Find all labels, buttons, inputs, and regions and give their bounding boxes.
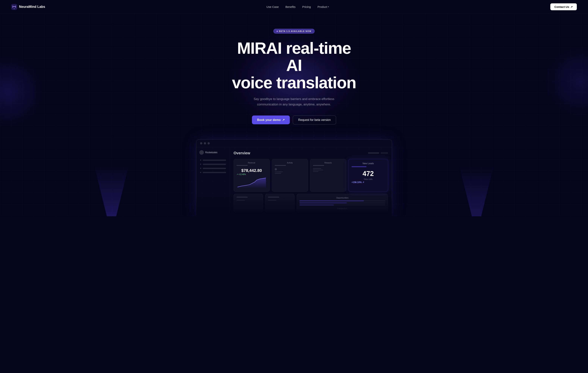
- revenue-value: $78,442.80: [236, 168, 267, 173]
- revenue-chart: [236, 177, 267, 188]
- opp-bar-2: [300, 202, 385, 203]
- hero-title: MIRAI real-time AI voice translation: [229, 40, 359, 91]
- window-dot-green: [208, 142, 210, 144]
- logo[interactable]: NeuraMind Labs: [11, 4, 45, 10]
- opportunities-label: Opportunities: [300, 197, 385, 199]
- sidebar-nav-item-3: [199, 167, 228, 170]
- company-name: Rocketsales: [205, 151, 217, 154]
- nav-item-pricing[interactable]: Pricing: [302, 5, 311, 9]
- chevron-down-icon: ▾: [328, 6, 329, 8]
- hero-section: BETA 1.5 AVAILABLE NOW MIRAI real-time A…: [0, 14, 588, 216]
- arrow-icon: ↗: [362, 181, 364, 184]
- book-demo-button[interactable]: Book your demo ↗: [252, 116, 290, 124]
- hero-content: BETA 1.5 AVAILABLE NOW MIRAI real-time A…: [4, 29, 584, 216]
- sidebar-nav-item-1: [199, 159, 228, 162]
- overview-title: Overview: [234, 151, 250, 155]
- request-beta-button[interactable]: Request for beta version: [293, 116, 336, 125]
- header-bar-2: [381, 152, 388, 154]
- dashboard-main: Overview Revenue: [230, 147, 392, 216]
- window-body: Rocketsales: [196, 147, 392, 216]
- nav-item-use-case[interactable]: Use Case: [266, 5, 279, 9]
- sidebar-nav-item-2: [199, 162, 228, 166]
- activity-card: Activity: [272, 159, 308, 192]
- logo-text: NeuraMind Labs: [19, 5, 45, 9]
- rewards-bar: [313, 165, 324, 166]
- new-leads-change: +156.10% ↗: [352, 181, 385, 184]
- dashboard-preview: Rocketsales: [196, 139, 392, 216]
- opportunities-bars: [300, 200, 385, 205]
- contact-us-button[interactable]: Contact Us ↗: [550, 3, 577, 10]
- new-leads-card: New Leads 472 New calls +156.10% ↗: [348, 159, 388, 192]
- dashboard-header: Overview: [234, 151, 388, 155]
- dashboard-window: Rocketsales: [196, 139, 392, 216]
- rewards-card: Rewards: [310, 159, 346, 192]
- window-dot-yellow: [204, 142, 206, 144]
- revenue-label: Revenue: [236, 162, 267, 164]
- beta-badge: BETA 1.5 AVAILABLE NOW: [273, 29, 315, 33]
- nav-item-product[interactable]: Product ▾: [318, 5, 329, 8]
- rewards-label: Rewards: [313, 162, 343, 164]
- logo-icon: [11, 4, 17, 10]
- beta-dot: [277, 31, 278, 32]
- hero-buttons: Book your demo ↗ Request for beta versio…: [4, 116, 584, 125]
- activity-dot: [275, 168, 277, 170]
- placeholder-card-1: [234, 194, 263, 212]
- window-dot-red: [200, 142, 202, 144]
- revenue-bar: [236, 165, 248, 166]
- nav-links: Use Case Benefits Pricing Product ▾: [266, 5, 329, 9]
- header-right: [368, 152, 388, 154]
- activity-label: Activity: [275, 162, 305, 164]
- revenue-change: ↗ +12.46%: [236, 173, 267, 175]
- navbar: NeuraMind Labs Use Case Benefits Pricing…: [0, 0, 588, 14]
- dashboard-sidebar: Rocketsales: [196, 147, 230, 216]
- nav-item-benefits[interactable]: Benefits: [285, 5, 295, 9]
- revenue-card: Revenue $78,442.80 ↗ +12.46%: [234, 159, 270, 192]
- external-link-icon: ↗: [570, 5, 573, 8]
- activity-bar: [275, 165, 286, 166]
- company-row: Rocketsales: [199, 150, 228, 155]
- opp-bar-3: [300, 204, 385, 205]
- new-leads-sub: New calls: [352, 178, 385, 180]
- placeholder-card-2: [265, 194, 294, 212]
- hero-subtitle: Say goodbye to language barriers and emb…: [249, 96, 339, 107]
- new-leads-bar: [352, 166, 367, 167]
- opp-bar-1: [300, 200, 385, 201]
- company-avatar: [199, 150, 204, 155]
- window-titlebar: [196, 139, 392, 147]
- new-leads-value: 472: [352, 170, 385, 178]
- transaction-label: transaction: [300, 207, 385, 210]
- opportunities-card: Opportunities: [297, 194, 388, 212]
- sidebar-nav-item-4: [199, 171, 228, 174]
- external-link-icon: ↗: [282, 118, 284, 122]
- svg-point-1: [14, 8, 15, 9]
- header-bar-1: [368, 152, 379, 154]
- new-leads-label: New Leads: [352, 162, 385, 165]
